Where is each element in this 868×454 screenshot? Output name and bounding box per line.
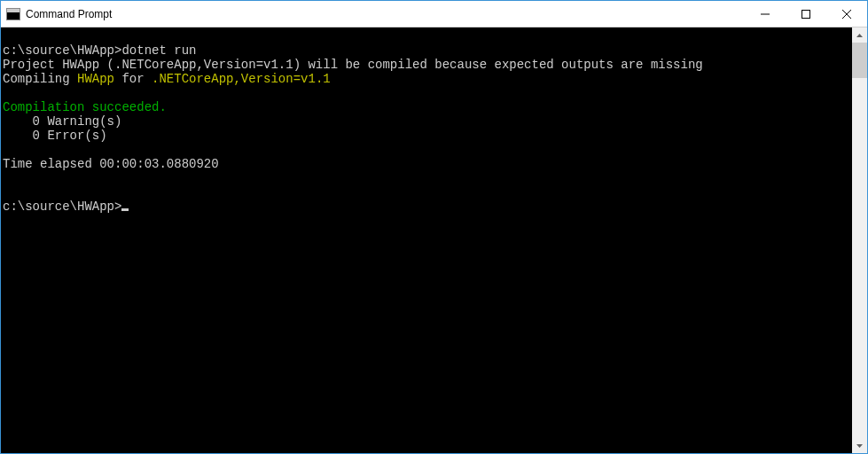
console-output[interactable]: c:\source\HWApp>dotnet run Project HWApp… <box>1 27 852 453</box>
close-button[interactable] <box>826 1 867 27</box>
command-prompt-window: Command Prompt c:\source\HWApp>dotnet ru… <box>0 0 868 454</box>
errors-line: 0 Error(s) <box>3 129 107 143</box>
time-elapsed-line: Time elapsed 00:00:03.0880920 <box>3 157 219 171</box>
compiling-target: .NETCoreApp,Version=v1.1 <box>152 72 331 86</box>
compiling-prefix: Compiling <box>3 72 77 86</box>
compiling-app: HWApp <box>77 72 114 86</box>
vertical-scrollbar[interactable] <box>852 27 867 453</box>
scrollbar-track[interactable] <box>852 43 867 438</box>
titlebar[interactable]: Command Prompt <box>1 1 867 27</box>
warnings-line: 0 Warning(s) <box>3 114 121 129</box>
prompt-path: c:\source\HWApp> <box>3 200 121 214</box>
maximize-button[interactable] <box>786 1 826 27</box>
scroll-down-button[interactable] <box>852 438 867 453</box>
compilation-result: Compilation succeeded. <box>3 100 167 114</box>
scrollbar-thumb[interactable] <box>852 43 867 78</box>
project-line: Project HWApp (.NETCoreApp,Version=v1.1)… <box>3 58 703 72</box>
prompt-command: dotnet run <box>121 43 196 58</box>
text-cursor <box>121 208 129 211</box>
prompt-path: c:\source\HWApp> <box>3 43 121 58</box>
minimize-button[interactable] <box>745 1 786 27</box>
scroll-up-button[interactable] <box>852 27 867 43</box>
svg-rect-1 <box>802 10 810 18</box>
window-title: Command Prompt <box>26 8 112 20</box>
command-prompt-icon <box>6 8 20 20</box>
client-area: c:\source\HWApp>dotnet run Project HWApp… <box>1 27 867 453</box>
compiling-mid: for <box>114 72 152 86</box>
